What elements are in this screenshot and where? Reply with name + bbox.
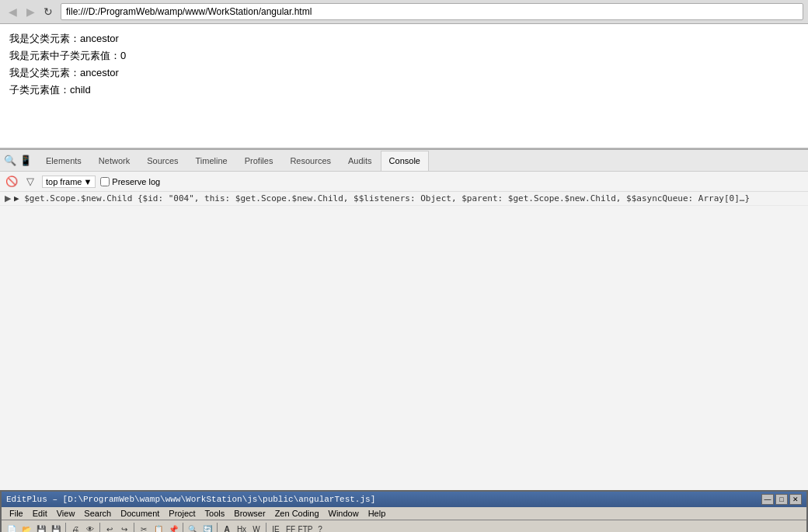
browser-chrome: ◀ ▶ ↻	[0, 0, 808, 24]
console-entry: ▶ ▶ $get.Scope.$new.Child {$id: "004", t…	[0, 192, 808, 206]
browser1-btn[interactable]: IE	[269, 522, 283, 532]
restore-button[interactable]: □	[775, 494, 788, 505]
devtools-icons: 🔍 📱	[3, 154, 33, 168]
menu-view[interactable]: View	[52, 508, 80, 519]
tab-profiles[interactable]: Profiles	[236, 151, 282, 171]
tab-audits[interactable]: Audits	[340, 151, 381, 171]
inspect-icon[interactable]: 🔍	[3, 154, 17, 168]
editplus-window: EditPlus – [D:\ProgramWeb\wamp\www\WorkS…	[0, 490, 808, 532]
tab-elements[interactable]: Elements	[37, 151, 90, 171]
preserve-log-checkbox[interactable]	[100, 177, 110, 186]
toolbar-sep-1	[65, 523, 66, 532]
expand-icon[interactable]: ▶	[5, 193, 11, 203]
tab-sources[interactable]: Sources	[138, 151, 186, 171]
page-line-3: 我是父类元素：ancestor	[9, 64, 799, 82]
window-controls: — □ ✕	[761, 494, 802, 505]
menu-browser[interactable]: Browser	[229, 508, 270, 519]
help-btn[interactable]: ?	[313, 522, 327, 532]
editplus-title: EditPlus – [D:\ProgramWeb\wamp\www\WorkS…	[6, 495, 375, 504]
editplus-toolbar: 📄 📂 💾 💾 🖨 👁 ↩ ↪ ✂ 📋 📌 🔍 🔄 A Hx W IE FF F…	[2, 520, 806, 532]
menu-window[interactable]: Window	[324, 508, 364, 519]
menu-file[interactable]: File	[5, 508, 28, 519]
browser-toolbar: ◀ ▶ ↻	[0, 0, 808, 23]
print-btn[interactable]: 🖨	[68, 522, 82, 532]
redo-btn[interactable]: ↪	[117, 522, 131, 532]
tab-timeline[interactable]: Timeline	[187, 151, 236, 171]
preview-btn[interactable]: 👁	[83, 522, 97, 532]
browser-content: 我是父类元素：ancestor 我是元素中子类元素值：0 我是父类元素：ance…	[0, 24, 808, 148]
forward-button[interactable]: ▶	[23, 4, 38, 19]
save-all-btn[interactable]: 💾	[49, 522, 63, 532]
clear-console-icon[interactable]: 🚫	[5, 175, 19, 189]
mobile-icon[interactable]: 📱	[19, 154, 33, 168]
save-file-btn[interactable]: 💾	[34, 522, 48, 532]
tab-console[interactable]: Console	[381, 151, 429, 171]
tab-resources[interactable]: Resources	[281, 151, 340, 171]
copy-btn[interactable]: 📋	[152, 522, 165, 532]
menu-document[interactable]: Document	[116, 508, 164, 519]
address-bar[interactable]	[61, 3, 803, 20]
find-btn[interactable]: 🔍	[186, 522, 200, 532]
paste-btn[interactable]: 📌	[166, 522, 180, 532]
ftp-btn[interactable]: FTP	[298, 522, 312, 532]
devtools-toolbar: 🚫 ▽ top frame ▼ Preserve log	[0, 172, 808, 192]
tab-network[interactable]: Network	[90, 151, 138, 171]
toolbar-sep-3	[134, 523, 134, 532]
filter-icon[interactable]: ▽	[23, 175, 37, 189]
menu-tools[interactable]: Tools	[200, 508, 230, 519]
wrap-btn[interactable]: W	[249, 522, 263, 532]
page-line-2: 我是元素中子类元素值：0	[9, 47, 799, 64]
editplus-titlebar: EditPlus – [D:\ProgramWeb\wamp\www\WorkS…	[2, 492, 806, 507]
undo-btn[interactable]: ↩	[103, 522, 117, 532]
frame-label: top frame	[46, 177, 82, 186]
minimize-button[interactable]: —	[761, 494, 774, 505]
page-line-1: 我是父类元素：ancestor	[9, 30, 799, 47]
back-button[interactable]: ◀	[5, 4, 20, 19]
editplus-menubar: File Edit View Search Document Project T…	[2, 507, 806, 520]
frame-dropdown-icon: ▼	[83, 177, 92, 186]
menu-project[interactable]: Project	[164, 508, 200, 519]
browser2-btn[interactable]: FF	[284, 522, 298, 532]
menu-zencoding[interactable]: Zen Coding	[270, 508, 324, 519]
menu-help[interactable]: Help	[364, 508, 391, 519]
frame-selector[interactable]: top frame ▼	[42, 176, 96, 188]
toolbar-sep-2	[99, 523, 100, 532]
cut-btn[interactable]: ✂	[137, 522, 151, 532]
menu-edit[interactable]: Edit	[28, 508, 52, 519]
toolbar-sep-4	[183, 523, 183, 532]
replace-btn[interactable]: 🔄	[200, 522, 214, 532]
bold-btn[interactable]: A	[220, 522, 234, 532]
preserve-log-area: Preserve log	[100, 177, 160, 186]
open-file-btn[interactable]: 📂	[19, 522, 33, 532]
toolbar-sep-5	[217, 523, 218, 532]
page-line-4: 子类元素值：child	[9, 82, 799, 99]
format-btn[interactable]: Hx	[235, 522, 249, 532]
console-text: ▶ $get.Scope.$new.Child {$id: "004", thi…	[14, 193, 750, 203]
reload-button[interactable]: ↻	[40, 4, 56, 19]
menu-search[interactable]: Search	[79, 508, 116, 519]
toolbar-sep-6	[266, 523, 266, 532]
devtools-tab-bar: 🔍 📱 Elements Network Sources Timeline Pr…	[0, 150, 808, 172]
devtools-panel: 🔍 📱 Elements Network Sources Timeline Pr…	[0, 148, 808, 490]
close-button[interactable]: ✕	[789, 494, 802, 505]
devtools-content: ▶ ▶ $get.Scope.$new.Child {$id: "004", t…	[0, 192, 808, 490]
preserve-log-label: Preserve log	[112, 177, 160, 186]
nav-buttons: ◀ ▶ ↻	[5, 4, 56, 19]
new-file-btn[interactable]: 📄	[5, 522, 19, 532]
